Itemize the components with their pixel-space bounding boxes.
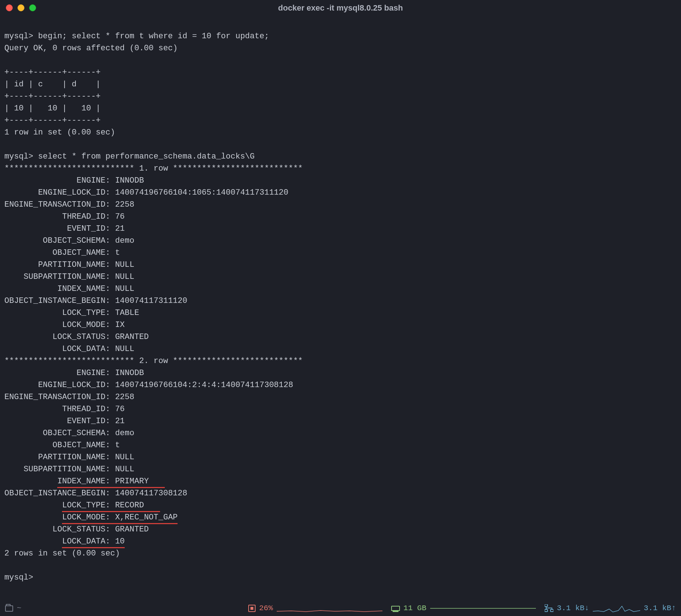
row-sep-1: *************************** 1. row *****…	[4, 164, 303, 173]
sql-prompt-1: mysql> begin; select * from t where id =…	[4, 32, 269, 41]
r2-tid-v: 76	[115, 405, 125, 414]
r2-eid-k: EVENT_ID:	[4, 417, 115, 426]
r1-eid-k: EVENT_ID:	[4, 224, 115, 233]
cpu-percent: 26%	[259, 603, 273, 614]
close-icon[interactable]	[6, 4, 13, 11]
r2-ltype-pad	[4, 501, 62, 510]
r1-lstatus-v: GRANTED	[115, 332, 149, 342]
r1-lockid-v: 140074196766104:1065:140074117311120	[115, 188, 288, 197]
r2-lstatus-k: LOCK_STATUS:	[4, 525, 115, 534]
window-title: docker exec -it mysql8.0.25 bash	[0, 2, 681, 14]
r1-engine-k: ENGINE:	[4, 176, 115, 185]
r1-pname-v: NULL	[115, 260, 135, 269]
r2-lockid-k: ENGINE_LOCK_ID:	[4, 381, 115, 390]
r2-engine-v: INNODB	[115, 369, 144, 378]
r2-ldata-v: 10	[115, 537, 125, 546]
terminal-body[interactable]: mysql> begin; select * from t where id =…	[0, 15, 681, 601]
cwd-text: ~	[17, 603, 22, 614]
r2-lstatus-v: GRANTED	[115, 525, 149, 534]
r2-ldata-k: LOCK_DATA:	[62, 537, 115, 546]
r2-lmode-pad	[4, 513, 62, 522]
r2-iname-pad	[4, 477, 57, 486]
r1-oname-k: OBJECT_NAME:	[4, 248, 115, 257]
ram-value: 11 GB	[404, 603, 427, 614]
status-net: 3.1 kB↓ 3.1 kB↑	[545, 603, 676, 614]
r1-iname-k: INDEX_NAME:	[4, 284, 115, 293]
rows-in-set-1: 1 row in set (0.00 sec)	[4, 128, 115, 137]
r2-oname-v: t	[115, 441, 120, 450]
terminal-window: docker exec -it mysql8.0.25 bash mysql> …	[0, 0, 681, 616]
r1-spname-v: NULL	[115, 272, 135, 281]
r1-ldata-v: NULL	[115, 344, 135, 354]
r2-eid-v: 21	[115, 417, 125, 426]
r2-oib-v: 140074117308128	[115, 489, 187, 498]
r2-pname-k: PARTITION_NAME:	[4, 453, 115, 462]
r2-schema-k: OBJECT_SCHEMA:	[4, 429, 115, 438]
minimize-icon[interactable]	[17, 4, 24, 11]
status-cwd: ~	[5, 603, 22, 614]
ram-icon	[391, 606, 400, 611]
r1-lmode-k: LOCK_MODE:	[4, 320, 115, 330]
rows-in-set-2: 2 rows in set (0.00 sec)	[4, 549, 120, 558]
r2-txid-v: 2258	[115, 393, 135, 402]
query-ok-1: Query OK, 0 rows affected (0.00 sec)	[4, 44, 178, 53]
r1-engine-v: INNODB	[115, 176, 144, 185]
r2-ltype-v: RECORD	[115, 501, 144, 510]
net-down: 3.1 kB↓	[557, 603, 589, 614]
r2-lmode-hl: LOCK_MODE: X,REC_NOT_GAP	[62, 511, 178, 523]
status-ram: 11 GB	[391, 603, 536, 614]
r1-schema-v: demo	[115, 236, 135, 245]
zoom-icon[interactable]	[29, 4, 36, 11]
r2-ltype-k: LOCK_TYPE:	[62, 501, 115, 510]
r1-oib-k: OBJECT_INSTANCE_BEGIN:	[4, 296, 115, 305]
titlebar: docker exec -it mysql8.0.25 bash	[0, 0, 681, 15]
table-border: +----+------+------+	[4, 116, 101, 125]
r1-txid-k: ENGINE_TRANSACTION_ID:	[4, 200, 115, 209]
r2-spname-v: NULL	[115, 465, 135, 474]
table-row: | 10 | 10 | 10 |	[4, 104, 101, 113]
r1-tid-k: THREAD_ID:	[4, 212, 115, 221]
r2-ldata-pad	[4, 537, 62, 546]
sql-prompt-2: mysql> select * from performance_schema.…	[4, 152, 255, 161]
r2-lmode-k: LOCK_MODE:	[62, 513, 115, 522]
r2-oname-k: OBJECT_NAME:	[4, 441, 115, 450]
r1-spname-k: SUBPARTITION_NAME:	[4, 272, 115, 281]
row-sep-2: *************************** 2. row *****…	[4, 356, 303, 366]
r1-iname-v: NULL	[115, 284, 135, 293]
r1-lstatus-k: LOCK_STATUS:	[4, 332, 115, 342]
network-icon	[545, 604, 553, 612]
r2-schema-v: demo	[115, 429, 135, 438]
r2-lockid-v: 140074196766104:2:4:4:140074117308128	[115, 381, 293, 390]
r1-ltype-v: TABLE	[115, 308, 139, 317]
table-header: | id | c | d |	[4, 80, 101, 89]
net-up: 3.1 kB↑	[644, 603, 676, 614]
r1-pname-k: PARTITION_NAME:	[4, 260, 115, 269]
traffic-lights	[6, 4, 36, 11]
svg-rect-2	[550, 609, 553, 612]
r1-lockid-k: ENGINE_LOCK_ID:	[4, 188, 115, 197]
r2-tid-k: THREAD_ID:	[4, 405, 115, 414]
r1-oib-v: 140074117311120	[115, 296, 187, 305]
net-sparkline	[593, 604, 640, 613]
cpu-sparkline	[277, 604, 382, 613]
ram-sparkline	[430, 604, 536, 613]
table-border: +----+------+------+	[4, 92, 101, 101]
r2-iname-v: PRIMARY	[115, 477, 149, 486]
r2-txid-k: ENGINE_TRANSACTION_ID:	[4, 393, 115, 402]
r2-ltype-hl: LOCK_TYPE: RECORD	[62, 499, 144, 511]
r2-spname-k: SUBPARTITION_NAME:	[4, 465, 115, 474]
svg-rect-0	[545, 604, 548, 607]
sql-prompt-3: mysql>	[4, 573, 38, 582]
r1-txid-v: 2258	[115, 200, 135, 209]
table-border: +----+------+------+	[4, 68, 101, 77]
r1-ldata-k: LOCK_DATA:	[4, 344, 115, 354]
r2-engine-k: ENGINE:	[4, 369, 115, 378]
r1-eid-v: 21	[115, 224, 125, 233]
svg-rect-1	[545, 609, 548, 612]
folder-icon	[5, 605, 13, 612]
r1-oname-v: t	[115, 248, 120, 257]
r2-pname-v: NULL	[115, 453, 135, 462]
r2-iname-k: INDEX_NAME:	[57, 477, 115, 486]
r1-tid-v: 76	[115, 212, 125, 221]
r1-lmode-v: IX	[115, 320, 125, 330]
